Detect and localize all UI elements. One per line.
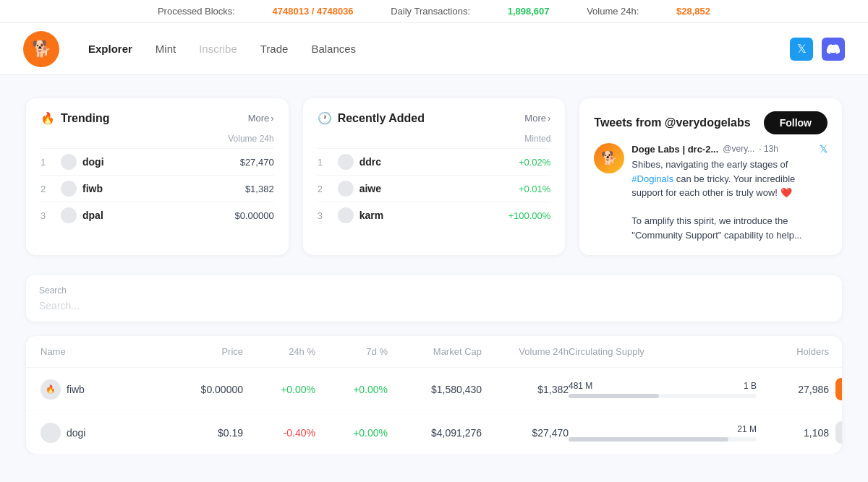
nav-mint[interactable]: Mint [156,43,176,55]
transactions-value: 1,898,607 [508,6,550,17]
logo[interactable]: 🐕 [23,31,59,67]
token-avatar-dogi [41,423,61,443]
table-row: dogi $0.19 -0.40% +0.00% $4,091,276 $27,… [26,411,842,454]
tweet-avatar: 🐕 [594,143,624,173]
recently-added-row-2: 2 aiwe +0.01% [318,175,551,202]
trending-row-3: 3 dpal $0.00000 [41,202,274,228]
volume-value: $28,852 [676,6,710,17]
logo-icon: 🐕 [23,31,59,67]
token-table: Name Price 24h % 7d % Market Cap Volume … [26,336,842,454]
trending-header: 🔥 Trending More › [41,111,274,125]
th-price: Price [156,346,243,357]
change7d-dogi: +0.00% [315,427,388,439]
change7d-fiwb: +0.00% [315,384,388,395]
clock-emoji: 🕐 [318,111,332,125]
table-row: 🔥 fiwb $0.00000 +0.00% +0.00% $1,580,430… [26,368,842,411]
tweets-header: Tweets from @verydogelabs Follow [594,111,827,134]
th-holders: Holders [757,346,829,357]
navbar: 🐕 Explorer Mint Inscribe Trade Balances … [0,23,868,75]
recently-added-header: 🕐 Recently Added More › [318,111,551,125]
th-name: Name [41,346,156,357]
follow-button[interactable]: Follow [764,111,827,134]
token-name-cell-fiwb: 🔥 fiwb [41,379,156,400]
mint-cell-fiwb: Mint [829,378,842,400]
tweets-title: Tweets from @verydogelabs [594,116,750,129]
nav-balances[interactable]: Balances [311,43,356,55]
processed-blocks-label: Processed Blocks: [158,6,235,17]
search-box: Search [26,275,842,322]
trending-token-icon-3 [61,207,77,223]
supply-fiwb: 481 M 1 B [569,381,757,398]
trending-col-label: Volume 24h [41,134,274,144]
recent-token-icon-3 [338,207,354,223]
price-fiwb: $0.00000 [156,384,243,395]
holders-dogi: 1,108 [757,427,829,439]
trending-title: 🔥 Trending [41,111,110,125]
social-links: 𝕏 [790,38,845,61]
th-supply: Circulating Supply [569,346,757,357]
token-label-fiwb: fiwb [67,384,85,395]
volume-fiwb: $1,382 [482,384,569,395]
trending-more[interactable]: More › [248,113,274,124]
supply-bar-fiwb: 481 M 1 B [569,381,757,398]
volume-dogi: $27,470 [482,427,569,439]
supply-bar-dogi: 21 M [569,424,757,442]
search-label: Search [39,285,829,296]
tweet-body: Doge Labs | drc-2... @very... · 13h 𝕏 Sh… [631,143,827,242]
mint-button-fiwb[interactable]: Mint [835,378,842,400]
recent-token-icon-2 [338,181,354,197]
recently-added-row-3: 3 karm +100.00% [318,202,551,228]
chevron-right-icon: › [271,113,273,124]
token-avatar-fiwb: 🔥 [41,379,61,400]
nav-inscribe[interactable]: Inscribe [199,43,237,55]
price-dogi: $0.19 [156,427,243,439]
recently-added-card: 🕐 Recently Added More › Minted 1 ddrc +0… [303,98,566,255]
volume-label: Volume 24h: [587,6,639,17]
token-label-dogi: dogi [67,427,85,439]
token-name-cell-dogi: dogi [41,423,156,443]
th-market-cap: Market Cap [388,346,482,357]
supply-fill-fiwb [569,394,659,398]
th-24h: 24h % [243,346,315,357]
tweet-meta: Doge Labs | drc-2... @very... · 13h 𝕏 [631,143,827,155]
change24h-fiwb: +0.00% [243,384,315,395]
nav-trade[interactable]: Trade [260,43,289,55]
chevron-right-icon-2: › [548,113,550,124]
mint-cell-dogi: Mint [829,421,842,444]
cards-row: 🔥 Trending More › Volume 24h 1 dogi $27,… [26,98,842,255]
tweet-twitter-icon: 𝕏 [820,143,827,155]
market-cap-dogi: $4,091,276 [388,427,482,439]
recently-added-row-1: 1 ddrc +0.02% [318,148,551,175]
trending-card: 🔥 Trending More › Volume 24h 1 dogi $27,… [26,98,289,255]
th-7d: 7d % [315,346,388,357]
discord-icon[interactable] [822,38,845,61]
main-content: 🔥 Trending More › Volume 24h 1 dogi $27,… [14,75,854,454]
th-volume: Volume 24h [482,346,569,357]
supply-dogi: 21 M [569,424,757,442]
recently-added-col-label: Minted [318,134,551,144]
tweet-item: 🐕 Doge Labs | drc-2... @very... · 13h 𝕏 … [594,143,827,242]
change24h-dogi: -0.40% [243,427,315,439]
trending-row-1: 1 dogi $27,470 [41,148,274,175]
topbar: Processed Blocks: 4748013 / 4748036 Dail… [0,0,868,23]
processed-blocks-value: 4748013 / 4748036 [273,6,354,17]
transactions-label: Daily Transactions: [391,6,470,17]
hashtag: #Doginals [631,173,673,184]
nav-links: Explorer Mint Inscribe Trade Balances [88,43,790,55]
tweet-text: Shibes, navigating the early stages of #… [631,158,827,242]
mint-button-dogi[interactable]: Mint [835,421,842,444]
recently-added-more[interactable]: More › [524,113,550,124]
nav-explorer[interactable]: Explorer [88,43,132,55]
holders-fiwb: 27,986 [757,384,829,395]
trending-row-2: 2 fiwb $1,382 [41,175,274,202]
trending-emoji: 🔥 [41,111,55,125]
recent-token-icon-1 [338,154,354,170]
trending-token-icon-1 [61,154,77,170]
twitter-icon[interactable]: 𝕏 [790,38,813,61]
supply-fill-dogi [569,437,728,442]
search-input[interactable] [39,300,829,311]
trending-token-icon-2 [61,181,77,197]
table-header: Name Price 24h % 7d % Market Cap Volume … [26,336,842,368]
market-cap-fiwb: $1,580,430 [388,384,482,395]
tweets-card: Tweets from @verydogelabs Follow 🐕 Doge … [579,98,842,255]
